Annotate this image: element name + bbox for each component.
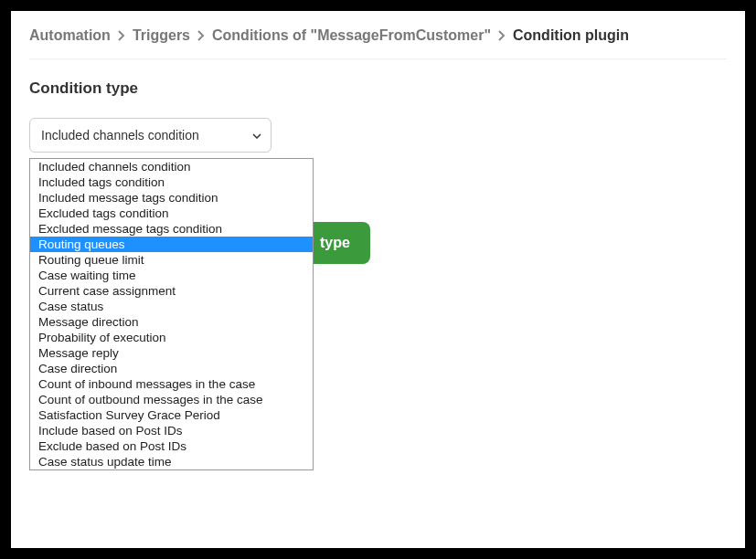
dropdown-option[interactable]: Excluded message tags condition [30, 221, 313, 237]
condition-type-select[interactable]: Included channels condition [29, 118, 272, 153]
page-title: Condition type [29, 79, 727, 98]
dropdown-option[interactable]: Case status [30, 299, 313, 314]
dropdown-option[interactable]: Routing queue limit [30, 252, 313, 268]
dropdown-option[interactable]: Message reply [30, 345, 313, 361]
chevron-right-icon [197, 30, 205, 41]
breadcrumb-triggers[interactable]: Triggers [133, 27, 190, 44]
dropdown-option[interactable]: Probability of execution [30, 330, 313, 345]
dropdown-option[interactable]: Routing queues [30, 237, 313, 252]
dropdown-option[interactable]: Include based on Post IDs [30, 423, 313, 438]
window-container: Automation Triggers Conditions of "Messa… [11, 11, 745, 548]
dropdown-option[interactable]: Satisfaction Survey Grace Period [30, 407, 313, 423]
select-value: Included channels condition [41, 128, 199, 142]
chevron-down-icon [252, 130, 261, 141]
dropdown-option[interactable]: Included tags condition [30, 174, 313, 190]
breadcrumb-current: Condition plugin [513, 27, 629, 44]
dropdown-option[interactable]: Case direction [30, 361, 313, 376]
dropdown-option[interactable]: Included channels condition [30, 159, 313, 174]
breadcrumb-conditions[interactable]: Conditions of "MessageFromCustomer" [212, 27, 491, 44]
chevron-right-icon [498, 30, 506, 41]
dropdown-option[interactable]: Excluded tags condition [30, 206, 313, 221]
chevron-right-icon [118, 30, 125, 41]
dropdown-option[interactable]: Case waiting time [30, 268, 313, 283]
dropdown-option[interactable]: Message direction [30, 314, 313, 330]
dropdown-option[interactable]: Exclude based on Post IDs [30, 438, 313, 454]
dropdown-option[interactable]: Count of inbound messages in the case [30, 376, 313, 392]
dropdown-option[interactable]: Count of outbound messages in the case [30, 392, 313, 407]
condition-type-select-wrap: Included channels condition Included cha… [29, 118, 272, 153]
dropdown-option[interactable]: Current case assignment [30, 283, 313, 299]
dropdown-option[interactable]: Included message tags condition [30, 190, 313, 206]
save-button-label: type [320, 235, 350, 250]
condition-type-dropdown[interactable]: Included channels conditionIncluded tags… [29, 158, 314, 470]
breadcrumb-automation[interactable]: Automation [29, 27, 111, 44]
dropdown-option[interactable]: Case status update time [30, 454, 313, 469]
breadcrumb: Automation Triggers Conditions of "Messa… [29, 27, 727, 59]
